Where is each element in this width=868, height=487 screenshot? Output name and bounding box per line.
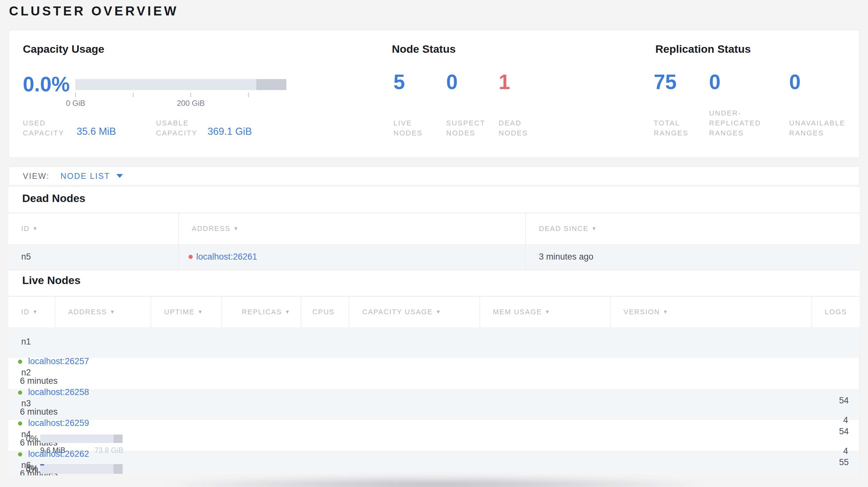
under-replicated-ranges-label: UNDER- REPLICATED RANGES [709,108,761,138]
total-ranges-label: TOTAL RANGES [654,118,688,138]
capacity-gauge-dark-segment [256,79,286,90]
column-header-address[interactable]: ADDRESS ▼ [179,213,526,244]
node-address-link[interactable]: localhost:26261 [196,252,257,262]
node-address-cell: localhost:26261 [179,244,526,269]
axis-tick [248,93,249,97]
node-status-title: Node Status [392,43,456,55]
dead-nodes-heading: Dead Nodes [22,192,86,204]
used-capacity-label: USED CAPACITY [23,118,64,138]
capacity-percent: 0.0% [23,72,70,96]
live-status-icon [18,421,22,426]
under-replicated-ranges-count: 0 [709,72,721,92]
column-header-id[interactable]: ID ▼ [8,297,55,327]
table-row: n1 localhost:26257 6 minutes 54 4 0% 9.6… [8,327,860,358]
node-list-panel: Dead Nodes ID ▼ ADDRESS ▼ DEAD SINCE ▼ n… [8,187,860,476]
live-nodes-rows: n1 localhost:26257 6 minutes 54 4 0% 9.6… [8,327,860,476]
node-address-cell: localhost:26260 [8,470,860,476]
dead-nodes-header-row: ID ▼ ADDRESS ▼ DEAD SINCE ▼ [8,213,860,244]
node-address-link[interactable]: localhost:26259 [28,418,89,428]
axis-tick [75,93,76,97]
table-row: n2 localhost:26258 6 minutes 54 4 0% 5.0… [8,358,860,389]
total-ranges-count: 75 [654,72,677,92]
node-address-link[interactable]: localhost:26262 [28,449,89,459]
sort-arrow-icon: ▼ [32,309,38,315]
capacity-usage-bar [40,434,123,443]
capacity-total-value: 73.8 GiB [95,446,124,455]
live-nodes-table: ID ▼ ADDRESS ▼ UPTIME ▼ REPLICAS ▼ CPUS [8,296,860,476]
node-address-link[interactable]: localhost:26257 [28,356,89,366]
usable-capacity-label: USABLE CAPACITY [156,118,197,138]
sort-arrow-icon: ▼ [545,309,551,315]
view-label: VIEW: [23,171,50,181]
capacity-bar-dark-segment [114,465,123,474]
node-id-cell: n2 [8,358,860,378]
summary-card: Capacity Usage 0.0% 0 GiB 200 GiB USED C… [8,30,860,158]
table-row: n5 localhost:26261 3 minutes ago [8,244,860,270]
table-row: n3 localhost:26259 6 minutes 55 4 0% 8.6… [8,389,860,420]
column-header-dead-since[interactable]: DEAD SINCE ▼ [526,213,860,244]
unavailable-ranges-label: UNAVAILABLE RANGES [789,118,845,138]
live-status-icon [18,452,22,456]
dead-nodes-count: 1 [499,72,510,92]
axis-tick-label: 200 GiB [168,99,213,108]
node-address-link[interactable]: localhost:26258 [28,387,89,397]
live-status-icon [18,390,22,395]
replication-status-title: Replication Status [655,43,751,55]
live-nodes-label: LIVE NODES [394,118,423,138]
sort-arrow-icon: ▼ [197,309,203,315]
dead-since-cell: 3 minutes ago [526,244,860,269]
sort-arrow-icon: ▼ [436,309,441,315]
column-header-mem-usage[interactable]: MEM USAGE ▼ [480,297,611,327]
column-header-capacity-usage[interactable]: CAPACITY USAGE ▼ [349,297,480,327]
capacity-gauge-bar [75,79,286,90]
live-nodes-heading: Live Nodes [22,274,81,287]
suspect-nodes-label: SUSPECT NODES [446,118,485,138]
live-nodes-count: 5 [394,72,405,92]
capacity-bar-dark-segment [114,434,123,443]
sort-arrow-icon: ▼ [285,309,290,315]
sort-arrow-icon: ▼ [591,226,597,232]
live-status-icon [18,360,22,364]
node-id-cell: n6 [8,451,860,470]
column-header-version[interactable]: VERSION ▼ [611,297,812,327]
live-nodes-header-row: ID ▼ ADDRESS ▼ UPTIME ▼ REPLICAS ▼ CPUS [8,297,860,327]
view-selector-bar: VIEW: NODE LIST [8,166,860,186]
column-header-uptime[interactable]: UPTIME ▼ [151,297,222,327]
suspect-nodes-count: 0 [446,72,458,92]
chevron-down-icon[interactable] [117,174,123,178]
sort-arrow-icon: ▼ [110,309,116,315]
column-header-cpus: CPUS [302,297,349,327]
dead-nodes-table: ID ▼ ADDRESS ▼ DEAD SINCE ▼ n5 localhost… [8,213,860,270]
axis-tick [190,93,191,97]
node-id-cell: n1 [8,327,860,347]
table-row: n6 localhost:26260 6 minutes 55 4 0% 7.8… [8,451,860,476]
usable-capacity-value: 369.1 GiB [208,126,252,137]
column-header-logs: LOGS [812,297,860,327]
axis-tick [133,93,133,97]
sort-arrow-icon: ▼ [663,309,669,315]
node-id-cell: n5 [8,244,179,269]
sort-arrow-icon: ▼ [32,226,38,232]
axis-tick-label: 0 GiB [53,99,98,108]
capacity-usage-bar [40,465,123,474]
column-header-id[interactable]: ID ▼ [8,213,179,244]
column-header-replicas[interactable]: REPLICAS ▼ [222,297,302,327]
view-dropdown[interactable]: NODE LIST [60,171,110,181]
page-title: CLUSTER OVERVIEW [9,4,179,18]
node-id-cell: n4 [8,420,860,440]
dead-status-icon [189,255,193,259]
node-id-cell: n3 [8,389,860,409]
scroll-shadow [142,476,730,487]
cluster-overview-page: CLUSTER OVERVIEW Capacity Usage 0.0% 0 G… [0,0,868,487]
table-row: n4 localhost:26262 6 minutes 53 4 0% 4.6… [8,420,860,451]
sort-arrow-icon: ▼ [233,226,239,232]
capacity-usage-title: Capacity Usage [23,43,104,55]
column-header-address[interactable]: ADDRESS ▼ [55,297,151,327]
unavailable-ranges-count: 0 [789,72,801,92]
dead-nodes-label: DEAD NODES [499,118,528,138]
used-capacity-value: 35.6 MiB [76,126,116,137]
